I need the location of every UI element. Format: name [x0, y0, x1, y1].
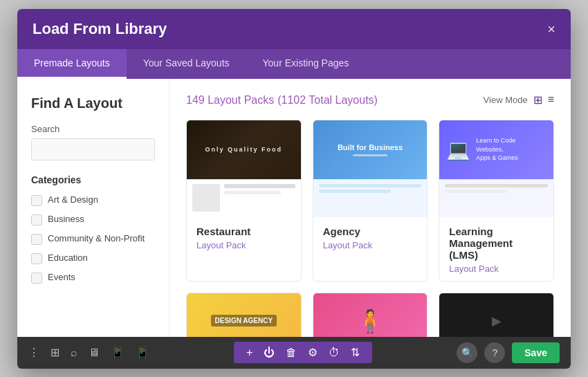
card-image-bottom-restaurant: [187, 179, 301, 217]
tab-saved[interactable]: Your Saved Layouts: [127, 49, 246, 79]
card-image-top-design: DESIGN AGENCY: [187, 293, 301, 337]
bottom-toolbar: ⋮ ⊞ ⌕ 🖥 📱 📱 + ⏻ 🗑 ⚙ ⏱ ⇅ 🔍 ? Save: [17, 337, 571, 369]
layout-card-agency[interactable]: Built for Business Agency: [313, 120, 428, 282]
category-label-events: Events: [48, 271, 75, 284]
category-label-education: Education: [48, 252, 88, 264]
close-button[interactable]: ×: [547, 22, 555, 36]
card-image-lms: 💻 Learn to CodeWebsites,Apps & Games: [439, 120, 553, 217]
card-image-agency: Built for Business: [313, 120, 428, 217]
grid-icon[interactable]: ⊞: [50, 346, 59, 359]
settings-icon[interactable]: ⚙: [308, 346, 318, 359]
category-checkbox-community[interactable]: [31, 234, 42, 245]
card-info-restaurant: Restaurant Layout Pack: [187, 217, 301, 257]
category-business[interactable]: Business: [31, 213, 155, 226]
toolbar-left: ⋮ ⊞ ⌕ 🖥 📱 📱: [28, 346, 149, 359]
layout-card-restaurant[interactable]: Only Quality Food Restaurant Layout: [186, 120, 302, 282]
phone-icon[interactable]: 📱: [136, 346, 149, 359]
save-button[interactable]: Save: [512, 342, 560, 363]
monitor-icon[interactable]: 🖥: [89, 347, 100, 359]
layout-card-fashion[interactable]: 🧍: [313, 293, 428, 337]
toolbar-right: 🔍 ? Save: [457, 342, 560, 363]
modal-title: Load From Library: [33, 20, 167, 38]
search-toolbar-icon[interactable]: ⌕: [71, 347, 77, 359]
card-info-agency: Agency Layout Pack: [313, 217, 428, 257]
card-image-top-lms: 💻 Learn to CodeWebsites,Apps & Games: [439, 120, 553, 179]
tab-premade[interactable]: Premade Layouts: [17, 49, 127, 79]
layout-card-lms[interactable]: 💻 Learn to CodeWebsites,Apps & Games Lea…: [439, 120, 554, 282]
category-label-community: Community & Non-Profit: [48, 232, 145, 245]
layout-grid: Only Quality Food Restaurant Layout: [186, 120, 554, 337]
main-content: 149 Layout Packs (1102 Total Layouts) Vi…: [169, 79, 571, 337]
card-image-fashion: 🧍: [313, 293, 428, 337]
tab-existing[interactable]: Your Existing Pages: [246, 49, 366, 79]
arrows-icon[interactable]: ⇅: [351, 346, 360, 359]
search-label: Search: [31, 124, 155, 134]
category-events[interactable]: Events: [31, 271, 155, 284]
layout-count: 149 Layout Packs (1102 Total Layouts): [186, 93, 378, 107]
clock-icon[interactable]: ⏱: [329, 347, 340, 359]
card-image-top-agency: Built for Business: [313, 120, 428, 179]
help-circle-button[interactable]: ?: [484, 342, 505, 363]
category-community[interactable]: Community & Non-Profit: [31, 232, 155, 245]
trash-icon[interactable]: 🗑: [286, 347, 297, 359]
layout-card-design-agency[interactable]: DESIGN AGENCY: [186, 293, 302, 337]
search-circle-button[interactable]: 🔍: [457, 342, 477, 363]
list-view-icon[interactable]: ≡: [548, 93, 554, 106]
card-image-design-agency: DESIGN AGENCY: [187, 293, 301, 337]
category-checkbox-art[interactable]: [31, 195, 42, 206]
card-image-top-fashion: 🧍: [313, 293, 428, 337]
card-image-top-restaurant: Only Quality Food: [187, 120, 301, 179]
category-checkbox-education[interactable]: [31, 253, 42, 264]
category-label-art: Art & Design: [48, 194, 98, 206]
category-education[interactable]: Education: [31, 252, 155, 264]
dots-icon[interactable]: ⋮: [28, 346, 39, 359]
layout-card-dark[interactable]: ▶: [439, 293, 554, 337]
card-image-top-dark: ▶: [439, 293, 553, 337]
grid-view-icon[interactable]: ⊞: [533, 93, 542, 107]
modal-body: Find A Layout Search Categories Art & De…: [17, 79, 571, 337]
card-image-bottom-agency: [313, 179, 428, 217]
sidebar: Find A Layout Search Categories Art & De…: [17, 79, 169, 337]
power-icon[interactable]: ⏻: [264, 347, 275, 359]
card-image-restaurant: Only Quality Food: [187, 120, 301, 217]
plus-icon[interactable]: +: [246, 347, 252, 359]
category-label-business: Business: [48, 213, 84, 226]
card-image-bottom-lms: [439, 179, 553, 217]
category-checkbox-business[interactable]: [31, 214, 42, 226]
tablet-icon[interactable]: 📱: [111, 346, 125, 359]
sidebar-title: Find A Layout: [31, 95, 155, 111]
toolbar-center: + ⏻ 🗑 ⚙ ⏱ ⇅: [234, 342, 372, 363]
tabs-bar: Premade Layouts Your Saved Layouts Your …: [17, 49, 571, 79]
view-mode: View Mode ⊞ ≡: [484, 93, 554, 107]
card-image-dark: ▶: [439, 293, 553, 337]
content-header: 149 Layout Packs (1102 Total Layouts) Vi…: [186, 93, 554, 107]
modal-header: Load From Library ×: [17, 9, 571, 49]
categories-title: Categories: [31, 174, 155, 185]
modal: Load From Library × Premade Layouts Your…: [17, 9, 571, 369]
category-checkbox-events[interactable]: [31, 273, 42, 284]
search-input[interactable]: [31, 138, 155, 160]
category-art[interactable]: Art & Design: [31, 194, 155, 206]
card-info-lms: Learning Management (LMS) Layout Pack: [439, 217, 553, 281]
